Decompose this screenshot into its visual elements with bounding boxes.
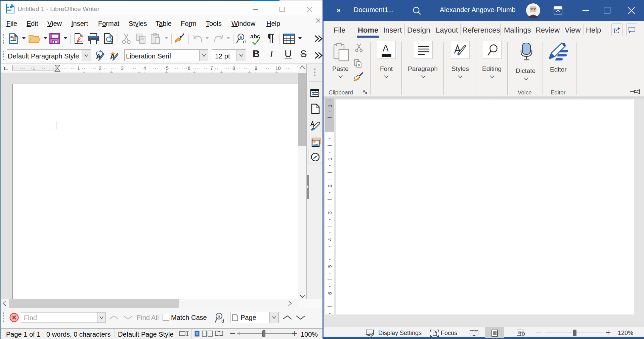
svg-text:a: a: [218, 314, 220, 319]
svg-text:3: 3: [327, 211, 333, 214]
svg-text:d: d: [221, 318, 224, 324]
svg-text:d: d: [243, 39, 246, 44]
svg-text:5: 5: [327, 265, 333, 268]
svg-text:1: 1: [327, 158, 333, 160]
svg-text:6: 6: [327, 292, 333, 295]
svg-text:abc: abc: [250, 33, 260, 40]
svg-text:❋: ❋: [313, 140, 316, 144]
svg-text:4: 4: [327, 238, 333, 241]
svg-text:2: 2: [327, 184, 333, 187]
svg-text:1: 1: [327, 104, 333, 107]
svg-text:a: a: [240, 35, 242, 40]
